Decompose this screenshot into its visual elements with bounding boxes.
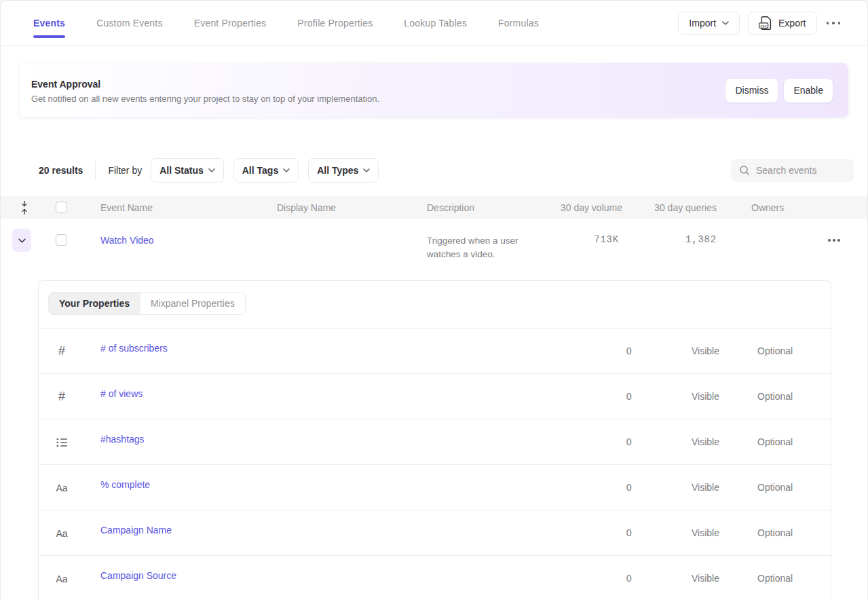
collapse-row-button[interactable] — [12, 229, 31, 252]
property-row-campaign-name: AaCampaign Name0VisibleOptional — [39, 510, 831, 556]
divider — [95, 161, 96, 180]
property-row-hashtags: #hashtags0VisibleOptional — [39, 419, 831, 465]
property-row-of-subscribers: ## of subscribers0VisibleOptional — [39, 329, 831, 374]
nav-tab-profile-properties[interactable]: Profile Properties — [297, 1, 373, 45]
event-30-day-volume: 713K — [594, 234, 619, 245]
column-header-display-name[interactable]: Display Name — [277, 202, 336, 213]
dots-icon — [827, 22, 829, 24]
chevron-down-icon — [722, 21, 729, 25]
nav-tabs: EventsCustom EventsEvent PropertiesProfi… — [33, 1, 539, 45]
number-type-icon: # — [58, 390, 65, 404]
enable-button[interactable]: Enable — [784, 79, 833, 102]
property-name-link[interactable]: # of views — [100, 388, 143, 399]
property-count: 0 — [626, 482, 632, 493]
event-description: Triggered when a user watches a video. — [427, 234, 518, 261]
nav-tab-lookup-tables[interactable]: Lookup Tables — [404, 1, 467, 45]
property-visibility: Visible — [692, 573, 719, 584]
filter-by-label: Filter by — [108, 165, 142, 176]
filter-bar: 20 results Filter by All StatusAll TagsA… — [1, 158, 867, 183]
property-count: 0 — [626, 391, 632, 402]
row-checkbox[interactable] — [56, 234, 67, 246]
properties-tabs: Your Properties Mixpanel Properties — [48, 292, 246, 315]
list-type-icon — [56, 438, 67, 447]
nav-actions: Import csv Export — [678, 1, 842, 45]
more-options-button[interactable] — [825, 18, 842, 29]
column-header-event-name[interactable]: Event Name — [100, 202, 153, 213]
collapse-all-icon[interactable] — [20, 200, 29, 215]
export-label: Export — [778, 18, 806, 29]
row-more-options-button[interactable] — [825, 236, 843, 244]
property-count: 0 — [626, 345, 632, 356]
property-name-link[interactable]: #hashtags — [100, 434, 145, 445]
text-type-icon: Aa — [56, 574, 67, 584]
chevron-down-icon — [18, 238, 26, 243]
property-visibility: Visible — [692, 527, 719, 538]
column-header-30-day-volume[interactable]: 30 day volume — [561, 202, 622, 213]
tab-your-properties[interactable]: Your Properties — [49, 293, 140, 314]
property-count: 0 — [626, 436, 632, 447]
dots-icon — [828, 239, 831, 242]
search-icon — [739, 165, 750, 176]
property-requirement: Optional — [757, 345, 793, 356]
banner-description: Get notified on all new events entering … — [31, 94, 379, 104]
banner-title: Event Approval — [31, 79, 379, 90]
number-type-icon: # — [58, 344, 65, 358]
banner-actions: Dismiss Enable — [725, 79, 833, 102]
chevron-down-icon — [208, 168, 215, 172]
filter-dropdown-all-tags[interactable]: All Tags — [233, 158, 299, 183]
property-requirement: Optional — [757, 436, 793, 447]
nav-tab-formulas[interactable]: Formulas — [498, 1, 539, 45]
filter-dropdowns: All StatusAll TagsAll Types — [151, 158, 379, 183]
property-visibility: Visible — [692, 436, 719, 447]
text-type-icon: Aa — [56, 483, 67, 493]
property-name-link[interactable]: # of subscribers — [100, 343, 168, 354]
property-name-link[interactable]: Campaign Source — [100, 570, 176, 581]
import-label: Import — [689, 18, 716, 29]
property-rows: ## of subscribers0VisibleOptional## of v… — [39, 329, 831, 600]
event-name-link[interactable]: Watch Video — [100, 235, 154, 246]
filter-dropdown-all-types[interactable]: All Types — [308, 158, 379, 183]
event-approval-banner: Event Approval Get notified on all new e… — [20, 63, 848, 117]
property-requirement: Optional — [757, 527, 793, 538]
search-placeholder: Search events — [756, 165, 817, 176]
chevron-down-icon — [283, 168, 290, 172]
property-count: 0 — [626, 527, 632, 538]
property-visibility: Visible — [692, 482, 719, 493]
tab-mixpanel-properties[interactable]: Mixpanel Properties — [140, 293, 245, 314]
properties-panel: Your Properties Mixpanel Properties ## o… — [38, 280, 831, 600]
nav-tab-event-properties[interactable]: Event Properties — [194, 1, 267, 45]
banner-text: Event Approval Get notified on all new e… — [31, 77, 379, 104]
text-type-icon: Aa — [56, 528, 67, 539]
search-input[interactable]: Search events — [731, 159, 854, 182]
property-count: 0 — [626, 573, 632, 584]
property-row-complete: Aa% complete0VisibleOptional — [39, 465, 831, 510]
column-header-owners[interactable]: Owners — [751, 202, 784, 213]
property-name-link[interactable]: Campaign Name — [100, 525, 172, 536]
property-requirement: Optional — [757, 391, 793, 402]
event-row-watch-video: Watch Video Triggered when a user watche… — [1, 219, 867, 280]
property-requirement: Optional — [757, 573, 793, 584]
column-header-description[interactable]: Description — [427, 202, 474, 213]
property-name-link[interactable]: % complete — [100, 479, 150, 490]
import-button[interactable]: Import — [678, 12, 740, 35]
select-all-checkbox[interactable] — [56, 202, 67, 213]
export-button[interactable]: csv Export — [748, 12, 816, 35]
property-row-of-views: ## of views0VisibleOptional — [39, 374, 831, 419]
dismiss-button[interactable]: Dismiss — [725, 79, 778, 102]
property-visibility: Visible — [692, 391, 719, 402]
filter-dropdown-all-status[interactable]: All Status — [151, 158, 224, 183]
nav-tab-custom-events[interactable]: Custom Events — [96, 1, 163, 45]
chevron-down-icon — [363, 168, 370, 172]
top-nav: EventsCustom EventsEvent PropertiesProfi… — [1, 1, 867, 46]
property-requirement: Optional — [757, 482, 793, 493]
results-count: 20 results — [39, 165, 83, 176]
svg-text:csv: csv — [760, 24, 767, 28]
lexicon-page: EventsCustom EventsEvent PropertiesProfi… — [0, 0, 868, 600]
column-header-30-day-queries[interactable]: 30 day queries — [654, 202, 717, 213]
event-30-day-queries: 1,382 — [685, 234, 717, 245]
events-table-header: Event Name Display Name Description 30 d… — [1, 196, 867, 219]
property-row-campaign-source: AaCampaign Source0VisibleOptional — [39, 556, 831, 600]
nav-tab-events[interactable]: Events — [33, 1, 65, 45]
csv-file-icon: csv — [759, 16, 772, 31]
property-visibility: Visible — [692, 345, 719, 356]
